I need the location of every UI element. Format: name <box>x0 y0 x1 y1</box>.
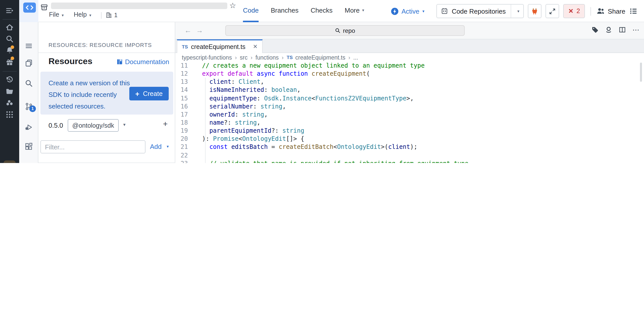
add-resource-button[interactable]: Add <box>150 143 162 150</box>
code-editor[interactable]: 11// creates a new equipment object link… <box>175 62 644 163</box>
split-editor-icon[interactable] <box>619 26 626 33</box>
object-types-section[interactable]: Object Types 4 <box>38 162 175 163</box>
code-line: 16 serialNumber: string, <box>175 102 644 110</box>
collapse-panel-icon[interactable] <box>25 42 33 50</box>
top-nav-tab-code[interactable]: Code <box>243 0 259 22</box>
breadcrumb-item[interactable]: ... <box>353 54 358 60</box>
code-line: 21 const editsBatch = createEditBatch<On… <box>175 143 644 151</box>
line-number: 12 <box>175 70 188 77</box>
breadcrumb: typescript-functions›src›functions›TScre… <box>175 53 644 62</box>
task-list-icon[interactable] <box>629 7 637 15</box>
line-number: 19 <box>175 127 188 134</box>
fullscreen-button[interactable] <box>546 4 559 18</box>
page-title: Resources <box>48 57 92 67</box>
forward-button[interactable]: → <box>196 26 203 34</box>
code-line: 22 <box>175 151 644 159</box>
banner-text: Create a new version of this SDK to incl… <box>48 77 135 112</box>
code-line: 12export default async function createEq… <box>175 70 644 78</box>
line-number: 13 <box>175 78 188 86</box>
breadcrumb-item[interactable]: functions <box>256 54 279 60</box>
repo-search-input[interactable]: repo <box>225 25 465 36</box>
panel-header: RESOURCES: RESOURCE IMPORTS <box>38 22 175 53</box>
editor-scrollbar[interactable] <box>640 63 642 82</box>
editor-tab-active[interactable]: TS createEquipment.ts ✕ <box>177 39 263 53</box>
more-options-icon[interactable]: ⋯ <box>632 26 640 34</box>
divider <box>591 7 591 15</box>
typescript-file-icon: TS <box>182 44 188 49</box>
home-icon[interactable] <box>6 23 14 31</box>
files-panel-icon[interactable] <box>25 59 33 67</box>
share-button[interactable]: Share <box>597 7 625 15</box>
breadcrumb-item[interactable]: src <box>240 54 248 60</box>
breadcrumb-separator: › <box>282 54 284 60</box>
people-icon <box>597 7 605 15</box>
filter-row: Filter... Add ▾ <box>38 140 175 155</box>
file-menu[interactable]: File▾ <box>49 11 64 18</box>
create-sdk-button[interactable]: + Create <box>129 87 169 100</box>
code-line: 15 equipmentType: Osdk.Instance<Function… <box>175 94 644 102</box>
filter-input[interactable]: Filter... <box>40 140 145 153</box>
app-switcher-button[interactable]: Code Repositories ▾ <box>437 4 524 18</box>
sdk-version: 0.5.0 <box>48 122 63 129</box>
code-line: 13 client: Client, <box>175 78 644 86</box>
breadcrumb-separator: › <box>235 54 237 60</box>
code-repositories-logo[interactable] <box>23 3 36 13</box>
organization-icon[interactable] <box>106 12 112 18</box>
top-bar-actions: Active ▾ Code Repositories ▾ ✕ 2 Share <box>391 4 637 18</box>
code-repositories-app-icon[interactable] <box>5 162 14 163</box>
close-tab-icon[interactable]: ✕ <box>253 43 258 50</box>
search-icon <box>335 28 340 33</box>
search-panel-icon[interactable] <box>25 79 33 87</box>
line-number: 11 <box>175 62 188 69</box>
compute-usage-button[interactable] <box>528 4 542 18</box>
platform-search-icon[interactable] <box>6 35 14 43</box>
top-nav-tab-branches[interactable]: Branches <box>271 0 299 22</box>
organization-count: 1 <box>114 12 117 19</box>
chevron-down-icon[interactable]: ▾ <box>123 122 126 127</box>
checks-status-button[interactable]: Active ▾ <box>391 7 425 15</box>
recents-icon[interactable] <box>6 76 14 84</box>
breadcrumb-item[interactable]: TScreateEquipment.ts <box>287 54 345 60</box>
platform-sidebar: ? <box>0 0 19 163</box>
documentation-link[interactable]: Documentation <box>116 58 169 66</box>
breadcrumb-separator: › <box>251 54 252 60</box>
expand-icon <box>549 8 556 14</box>
add-sdk-icon[interactable]: + <box>163 120 168 129</box>
branch-count-badge: 1 <box>29 105 36 112</box>
chevron-down-icon[interactable]: ▾ <box>167 144 169 149</box>
line-number: 18 <box>175 119 188 126</box>
sdk-package-chip[interactable]: @ontology/sdk <box>68 119 119 132</box>
plus-icon: + <box>135 90 139 98</box>
errors-button[interactable]: ✕ 2 <box>563 4 585 18</box>
debug-panel-icon[interactable] <box>25 123 33 131</box>
extensions-panel-icon[interactable] <box>25 142 33 150</box>
chevron-down-icon: ▾ <box>62 13 64 18</box>
breadcrumb-item[interactable]: typescript-functions <box>182 54 232 60</box>
code-line: 19 parentEquipmentId?: string <box>175 127 644 135</box>
preview-icon[interactable] <box>605 26 612 33</box>
favorite-star-icon[interactable]: ☆ <box>229 1 236 10</box>
line-number: 16 <box>175 103 188 110</box>
code-line: 18 name?: string, <box>175 119 644 127</box>
divider <box>511 5 511 18</box>
top-nav-tab-more[interactable]: More▾ <box>345 0 364 22</box>
active-status-icon <box>391 7 399 15</box>
code-line: 23 // validate that name is provided if … <box>175 159 644 163</box>
breadcrumb-separator: › <box>348 54 350 60</box>
ontology-apps-icon[interactable] <box>6 99 14 107</box>
app-window: ? 1 ⚙ ☆ File▾ Help▾ 1 CodeBranchesChecks… <box>0 0 644 163</box>
top-nav-tab-checks[interactable]: Checks <box>311 0 333 22</box>
back-button[interactable]: ← <box>184 26 191 34</box>
expand-menu-icon[interactable] <box>6 7 14 15</box>
line-number: 20 <box>175 135 188 143</box>
line-number: 23 <box>175 160 188 163</box>
all-apps-icon[interactable] <box>6 111 14 119</box>
window-title-placeholder <box>51 3 227 9</box>
repo-nav-tabs: CodeBranchesChecksMore▾ <box>243 0 364 22</box>
editor-nav-actions: ⋯ <box>591 26 640 34</box>
code-line: 11// creates a new equipment object link… <box>175 62 644 70</box>
tag-icon[interactable] <box>591 26 599 33</box>
help-menu[interactable]: Help▾ <box>74 11 91 18</box>
files-icon[interactable] <box>6 87 14 95</box>
code-chevrons-icon <box>23 3 36 13</box>
